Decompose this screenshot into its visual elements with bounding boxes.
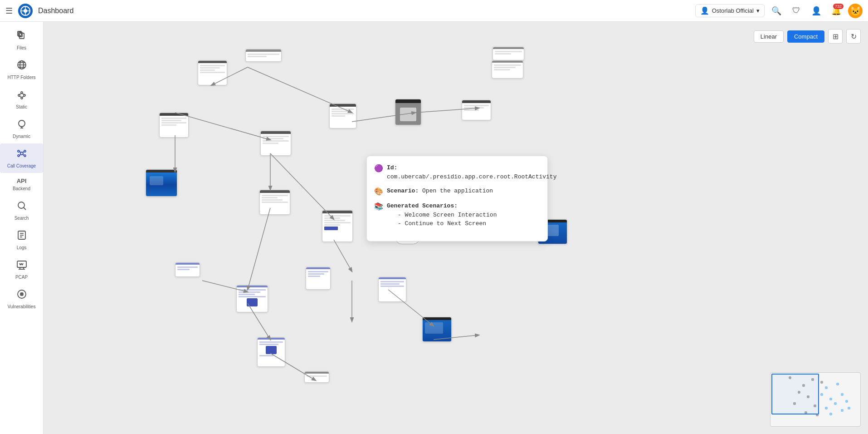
org-icon: 👤 [700, 6, 709, 15]
profile-button[interactable]: 👤 [808, 3, 824, 19]
sidebar-item-logs[interactable]: Logs [0, 225, 43, 255]
node-scatter-1[interactable] [175, 262, 200, 277]
svg-line-57 [334, 240, 352, 271]
org-name: Ostorlab Official [712, 7, 754, 14]
svg-point-15 [24, 94, 25, 96]
logs-icon [16, 230, 27, 243]
svg-point-14 [18, 94, 20, 96]
nav-logo [18, 4, 33, 18]
svg-line-59 [248, 208, 270, 290]
svg-line-30 [20, 154, 21, 156]
svg-line-28 [20, 151, 21, 153]
svg-point-16 [21, 97, 23, 99]
files-icon [16, 30, 27, 44]
sidebar-label-http-folders: HTTP Folders [7, 75, 35, 80]
sidebar-item-pcap[interactable]: PCAP [0, 255, 43, 284]
sidebar-label-files: Files [17, 45, 26, 50]
static-icon [16, 89, 27, 103]
node-scatter-2[interactable] [306, 267, 331, 290]
node-left-screenshot[interactable] [146, 169, 177, 197]
pcap-icon [16, 259, 27, 273]
node-scatter-4[interactable] [378, 277, 406, 302]
nav-right: 👤 Ostorlab Official ▾ 🔍 🛡 👤 🔔 732 🐱 [695, 3, 863, 19]
node-center-left[interactable] [159, 113, 189, 138]
svg-line-29 [23, 151, 24, 153]
sidebar-item-files[interactable]: Files [0, 25, 43, 55]
svg-point-26 [18, 155, 20, 157]
svg-line-51 [175, 113, 270, 140]
navbar: ☰ Dashboard 👤 Ostorlab Official ▾ 🔍 🛡 👤 … [0, 0, 868, 22]
tooltip-card: 🟣 Id: com.ubercab/.presidio.app.core.roo… [366, 156, 548, 242]
svg-point-25 [24, 150, 26, 152]
tooltip-generated-row: 📚 Generated Scenarios: - Welcome Screen … [374, 202, 540, 228]
svg-point-27 [24, 155, 26, 157]
node-top-left-small[interactable] [198, 60, 227, 85]
backend-icon: API [17, 178, 27, 184]
node-bottom-most[interactable] [304, 371, 329, 383]
svg-line-19 [19, 96, 22, 97]
node-bottom-center[interactable] [322, 210, 353, 242]
sidebar: Files HTTP Folders [0, 22, 44, 434]
chevron-down-icon: ▾ [756, 7, 760, 14]
node-scatter-3[interactable] [236, 285, 268, 312]
tooltip-id-text: Id: com.ubercab/.presidio.app.core.root.… [387, 163, 556, 181]
hamburger-button[interactable]: ☰ [5, 6, 13, 16]
svg-line-20 [22, 96, 24, 97]
node-center-flow-2[interactable] [259, 190, 290, 215]
tooltip-scenario-row: 🎨 Scenario: Open the application [374, 187, 540, 196]
canvas-toolbar: Linear Compact ⊞ ↻ [754, 29, 861, 44]
search-icon [16, 200, 27, 214]
shield-button[interactable]: 🛡 [788, 3, 805, 19]
sidebar-label-search: Search [15, 216, 29, 221]
graph-canvas[interactable]: 🟣 Id: com.ubercab/.presidio.app.core.roo… [44, 22, 868, 434]
tooltip-id-row: 🟣 Id: com.ubercab/.presidio.app.core.roo… [374, 163, 540, 181]
svg-point-32 [18, 202, 24, 208]
linear-layout-button[interactable]: Linear [754, 30, 784, 43]
sidebar-item-call-coverage[interactable]: Call Coverage [0, 143, 43, 173]
node-main-dark[interactable] [395, 99, 421, 125]
http-folders-icon [16, 59, 27, 73]
tooltip-generated-text: Generated Scenarios: - Welcome Screen In… [387, 202, 497, 228]
tooltip-scenario-text: Scenario: Open the application [387, 187, 493, 196]
node-center-flow-1[interactable] [260, 131, 291, 156]
node-bottom-right-screenshot[interactable] [422, 317, 452, 342]
notification-badge: 732 [833, 4, 844, 9]
sidebar-label-static: Static [16, 104, 27, 109]
search-button[interactable]: 🔍 [768, 3, 785, 19]
sidebar-item-static[interactable]: Static [0, 84, 43, 114]
node-right-screen[interactable] [462, 100, 491, 120]
call-coverage-icon [16, 148, 27, 162]
node-center-screen[interactable] [329, 104, 356, 128]
tooltip-generated-items: - Welcome Screen Interaction - Continue … [387, 211, 497, 228]
svg-line-18 [22, 94, 24, 94]
svg-point-13 [21, 92, 23, 94]
tooltip-scenario-icon: 🎨 [374, 187, 383, 196]
sidebar-item-backend[interactable]: API Backend [0, 173, 43, 196]
svg-point-24 [18, 150, 20, 152]
sidebar-item-http-folders[interactable]: HTTP Folders [0, 55, 43, 84]
refresh-button[interactable]: ↻ [846, 29, 861, 44]
sidebar-item-vulnerabilities[interactable]: Vulnerabilities [0, 284, 43, 314]
node-far-top-right[interactable] [492, 60, 523, 79]
minimap-viewport [771, 374, 819, 414]
svg-line-17 [19, 94, 22, 94]
sidebar-item-dynamic[interactable]: Dynamic [0, 114, 43, 143]
sidebar-item-search[interactable]: Search [0, 196, 43, 225]
notifications-button[interactable]: 🔔 732 [828, 3, 844, 19]
node-scatter-5[interactable] [257, 337, 285, 367]
vulnerabilities-icon [16, 289, 27, 302]
org-selector[interactable]: 👤 Ostorlab Official ▾ [695, 4, 765, 17]
svg-line-31 [23, 154, 24, 156]
sidebar-label-call-coverage: Call Coverage [7, 163, 36, 168]
fit-view-button[interactable]: ⊞ [828, 29, 843, 44]
node-top-right[interactable] [493, 47, 524, 60]
compact-layout-button[interactable]: Compact [787, 30, 824, 43]
sidebar-label-logs: Logs [17, 245, 27, 250]
user-avatar[interactable]: 🐱 [848, 4, 863, 18]
canvas-area[interactable]: Linear Compact ⊞ ↻ [44, 22, 868, 434]
node-top-center[interactable] [245, 49, 282, 62]
main-layout: Files HTTP Folders [0, 22, 868, 434]
minimap [770, 372, 861, 427]
sidebar-label-backend: Backend [13, 186, 30, 191]
tooltip-generated-icon: 📚 [374, 202, 383, 211]
